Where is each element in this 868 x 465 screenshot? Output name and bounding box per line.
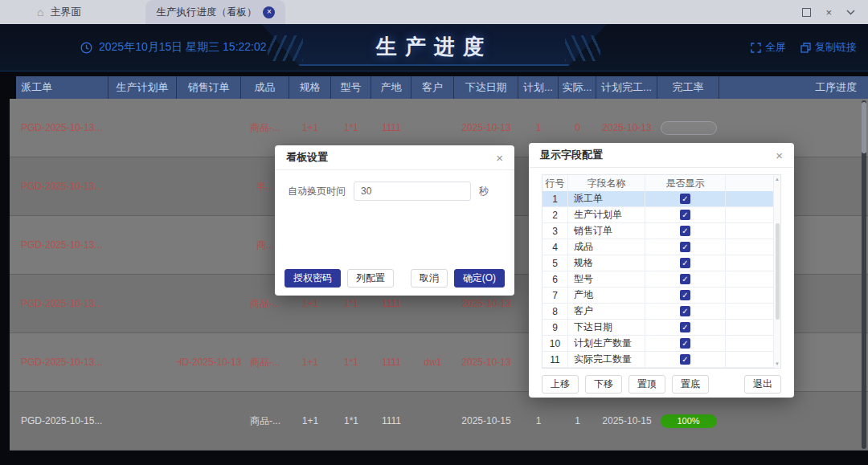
- field-row-number: 8: [542, 304, 568, 319]
- field-row[interactable]: 9下达日期✓: [542, 320, 773, 336]
- field-row[interactable]: 8客户✓: [542, 304, 773, 320]
- field-row[interactable]: 3销售订单✓: [542, 223, 773, 239]
- field-checkbox[interactable]: ✓: [680, 274, 690, 284]
- cell-product: 商品-...: [241, 356, 289, 369]
- copy-link-button[interactable]: 复制链接: [800, 40, 857, 55]
- field-name: 销售订单: [568, 223, 645, 239]
- column-header-issue_date: 下达日期: [454, 76, 518, 99]
- scroll-down-icon[interactable]: ▼: [775, 361, 780, 366]
- field-checkbox[interactable]: ✓: [680, 258, 690, 268]
- field-checkbox[interactable]: ✓: [680, 194, 690, 204]
- fields-dialog-title: 显示字段配置: [540, 148, 603, 162]
- field-show-cell: ✓: [645, 352, 726, 367]
- field-row[interactable]: 11实际完工数量✓: [542, 352, 773, 368]
- field-empty-cell: [726, 207, 773, 222]
- field-row[interactable]: 7产地✓: [542, 288, 773, 304]
- chevron-down-icon[interactable]: [846, 10, 855, 15]
- column-header-customer: 客户: [411, 76, 454, 99]
- cell-spec: 1+1: [289, 415, 331, 426]
- field-show-cell: ✓: [645, 304, 726, 319]
- field-checkbox[interactable]: ✓: [680, 226, 690, 236]
- fullscreen-button[interactable]: 全屏: [751, 40, 786, 55]
- settings-dialog-footer: 授权密码 列配置 取消 确定(O): [275, 269, 514, 296]
- cell-planned_finish: 2025-10-13: [596, 122, 657, 133]
- field-empty-cell: [726, 223, 773, 239]
- field-name: 型号: [568, 271, 645, 287]
- confirm-button[interactable]: 确定(O): [454, 269, 505, 288]
- field-checkbox[interactable]: ✓: [680, 290, 690, 300]
- cell-origin: 1111: [371, 298, 411, 309]
- field-row[interactable]: 4成品✓: [542, 239, 773, 255]
- auto-page-unit: 秒: [479, 185, 489, 198]
- scrollbar-thumb[interactable]: [862, 102, 866, 153]
- field-checkbox[interactable]: ✓: [680, 306, 690, 316]
- cell-issue_date: 2025-10-15: [454, 415, 518, 426]
- field-row[interactable]: 6型号✓: [542, 271, 773, 288]
- column-header-process: 工序进度: [719, 76, 868, 99]
- field-row[interactable]: 10计划生产数量✓: [542, 336, 773, 352]
- field-checkbox[interactable]: ✓: [680, 322, 690, 332]
- field-row-number: 11: [542, 352, 568, 367]
- field-show-cell: ✓: [645, 288, 726, 303]
- settings-dialog-body: 自动换页时间 秒: [275, 170, 514, 269]
- field-row[interactable]: 5规格✓: [542, 255, 773, 271]
- col-show-flag: 是否显示: [645, 175, 726, 191]
- settings-close-icon[interactable]: ×: [496, 152, 503, 164]
- column-header-product: 成品: [241, 76, 289, 99]
- copy-link-label: 复制链接: [815, 40, 857, 55]
- field-show-cell: ✓: [645, 255, 726, 271]
- maximize-icon[interactable]: [802, 8, 811, 17]
- field-row-number: 10: [542, 336, 568, 351]
- field-row-number: 5: [542, 255, 568, 271]
- tab-close-icon[interactable]: ×: [263, 6, 275, 18]
- field-checkbox[interactable]: ✓: [680, 242, 690, 252]
- fields-scrollbar[interactable]: ▲ ▼: [773, 175, 780, 368]
- field-row-number: 9: [542, 320, 568, 335]
- field-row-number: 7: [542, 288, 568, 303]
- table-row[interactable]: PGD-2025-10-15...商品-...1+11*111112025-10…: [10, 392, 868, 451]
- fields-table-header: 行号 字段名称 是否显示: [542, 175, 780, 192]
- cell-sales: SHD-2025-10-13...: [177, 357, 241, 368]
- field-row[interactable]: 1派工单✓: [542, 191, 773, 207]
- cancel-button[interactable]: 取消: [411, 269, 448, 288]
- fields-table: 行号 字段名称 是否显示 1派工单✓2生产计划单✓3销售订单✓4成品✓5规格✓6…: [542, 174, 781, 369]
- auto-page-input[interactable]: [354, 182, 471, 201]
- field-row[interactable]: 2生产计划单✓: [542, 207, 773, 223]
- move-down-button[interactable]: 下移: [585, 375, 622, 394]
- column-header-spec: 规格: [289, 76, 331, 99]
- cell-model: 1*1: [331, 415, 371, 426]
- scroll-up-icon[interactable]: ▲: [775, 177, 780, 182]
- fields-scrollbar-thumb[interactable]: [776, 223, 780, 320]
- cell-spec: 1+1: [289, 357, 331, 368]
- kanban-settings-dialog: 看板设置 × 自动换页时间 秒 授权密码 列配置 取消 确定(O): [275, 145, 514, 296]
- copy-link-icon: [800, 43, 811, 53]
- home-nav-label[interactable]: 主界面: [50, 5, 81, 19]
- field-name: 生产计划单: [568, 207, 645, 222]
- window-close-icon[interactable]: ×: [825, 7, 832, 18]
- fields-close-icon[interactable]: ×: [776, 149, 783, 161]
- datetime-area: 2025年10月15日 星期三 15:22:02: [80, 24, 267, 71]
- col-field-name: 字段名称: [568, 175, 645, 191]
- field-checkbox[interactable]: ✓: [680, 210, 690, 220]
- exit-button[interactable]: 退出: [744, 375, 781, 394]
- field-empty-cell: [726, 191, 773, 206]
- field-show-cell: ✓: [645, 320, 726, 335]
- kanban-scrollbar[interactable]: [862, 100, 866, 449]
- cell-origin: 1111: [371, 122, 411, 133]
- field-empty-cell: [726, 304, 773, 319]
- column-config-button[interactable]: 列配置: [347, 269, 394, 288]
- move-up-button[interactable]: 上移: [542, 375, 579, 394]
- tab-production-progress[interactable]: 生产执行进度（看板） ×: [145, 0, 285, 24]
- settings-dialog-title: 看板设置: [286, 150, 328, 165]
- field-row-number: 1: [542, 191, 568, 206]
- cell-model: 1*1: [331, 357, 371, 368]
- field-checkbox[interactable]: ✓: [680, 354, 690, 365]
- fullscreen-icon: [751, 43, 761, 53]
- datetime-text: 2025年10月15日 星期三 15:22:02: [99, 40, 267, 55]
- auth-password-button[interactable]: 授权密码: [285, 269, 341, 288]
- home-icon[interactable]: ⌂: [37, 6, 43, 18]
- move-top-button[interactable]: 置顶: [628, 375, 665, 394]
- settings-dialog-header: 看板设置 ×: [275, 145, 514, 170]
- field-checkbox[interactable]: ✓: [680, 338, 690, 349]
- move-bottom-button[interactable]: 置底: [672, 375, 709, 394]
